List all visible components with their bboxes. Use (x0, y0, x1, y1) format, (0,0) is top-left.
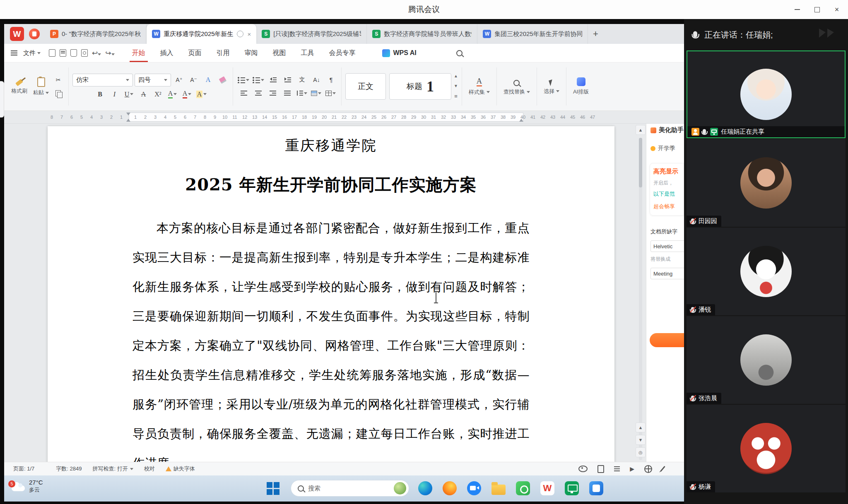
side-panel-handle[interactable] (0, 81, 4, 118)
hanging-indent-marker[interactable] (126, 119, 130, 122)
maximize-button[interactable] (808, 3, 826, 16)
tab-references[interactable]: 引用 (217, 44, 230, 62)
wps-ai-button[interactable]: WPS AI (382, 49, 417, 57)
file-menu[interactable]: 文件 (23, 49, 41, 57)
document-tab-5[interactable]: W 集团三校2025年新生开学前协同 (477, 24, 588, 44)
select-browse-object-button[interactable]: ◎ (636, 447, 646, 457)
tab-home[interactable]: 开始 (132, 44, 145, 62)
print-preview-icon[interactable] (70, 49, 77, 57)
text-effects-button[interactable]: A (202, 74, 214, 85)
web-view-icon[interactable] (644, 465, 652, 473)
undo-button[interactable]: ↩ (92, 49, 101, 58)
search-icon[interactable] (456, 50, 463, 56)
eye-protection-icon[interactable] (578, 466, 588, 472)
decrease-font-button[interactable]: A⁻ (187, 74, 200, 85)
highlight-button[interactable]: A (166, 89, 179, 100)
participant-tile-sharing[interactable]: 任瑞娟正在共享 (687, 50, 846, 138)
first-line-indent-marker[interactable] (126, 113, 130, 115)
start-button[interactable] (267, 482, 279, 495)
asian-layout-button[interactable]: 文 (296, 74, 308, 85)
participant-tile[interactable]: 张浩晨 (687, 316, 846, 404)
page-indicator[interactable]: 页面: 1/7 (13, 465, 34, 473)
numbered-list-button[interactable] (252, 74, 265, 85)
promo-card[interactable]: 高亮显示 开启后， 以下是范 超会畅享 (650, 163, 684, 216)
align-right-button[interactable] (266, 88, 279, 98)
tab-tools[interactable]: 工具 (301, 44, 314, 62)
missing-font-warning[interactable]: 缺失字体 (166, 465, 195, 473)
gallery-more-icon[interactable]: ≡ (454, 93, 458, 99)
italic-button[interactable]: I (108, 89, 121, 100)
weather-widget[interactable]: 5 27°C 多云 (12, 479, 43, 493)
previous-page-button[interactable]: ▲ (636, 422, 646, 432)
apply-font-button[interactable] (650, 333, 684, 347)
sort-button[interactable]: A↓ (310, 74, 323, 85)
align-left-button[interactable] (237, 88, 250, 98)
scrollbar-thumb[interactable] (639, 138, 642, 187)
style-set-button[interactable]: A 样式集 (466, 65, 493, 108)
minimize-button[interactable] (788, 3, 806, 16)
read-aloud-icon[interactable]: ▶ (630, 466, 634, 472)
participant-tile[interactable]: 杨谦 (687, 405, 846, 492)
find-replace-button[interactable]: 查找替换 (501, 65, 533, 108)
save-icon[interactable] (49, 49, 55, 57)
style-heading-1[interactable]: 标题 1 (389, 73, 451, 100)
increase-font-button[interactable]: A⁺ (173, 74, 186, 85)
close-button[interactable]: × (828, 3, 846, 16)
camera-app-icon[interactable] (514, 480, 532, 497)
tab-view[interactable]: 视图 (273, 44, 286, 62)
tencent-meeting-app-icon[interactable] (465, 480, 483, 497)
superscript-button[interactable]: X² (152, 89, 164, 100)
bullet-list-button[interactable] (237, 74, 250, 85)
hamburger-icon[interactable] (11, 53, 17, 53)
proofread-button[interactable]: 校对 (144, 465, 155, 473)
decrease-indent-button[interactable] (267, 74, 279, 85)
scrollbar-track[interactable] (639, 138, 642, 460)
scroll-up-button[interactable]: ▲ (636, 125, 646, 135)
paste-button[interactable]: 粘贴 (30, 76, 52, 97)
page-view-icon[interactable] (597, 465, 604, 473)
gallery-down-icon[interactable]: ▼ (454, 84, 458, 88)
font-size-select[interactable]: 四号 (135, 74, 171, 86)
firefox-browser-icon[interactable] (441, 480, 458, 497)
right-indent-marker[interactable] (519, 119, 523, 122)
spell-check[interactable]: 拼写检查: 打开 (92, 465, 133, 473)
font-name-select[interactable]: 仿宋 (72, 74, 133, 86)
wps-office-icon[interactable]: W (539, 480, 556, 497)
copy-button[interactable] (52, 88, 65, 98)
word-count[interactable]: 字数: 2849 (56, 465, 82, 473)
participant-tile[interactable]: 田园园 (687, 139, 846, 227)
tab-insert[interactable]: 插入 (160, 44, 173, 62)
align-center-button[interactable] (252, 88, 265, 98)
document-tab-2-active[interactable]: W 重庆移通学院2025年新生 × (147, 24, 256, 44)
line-spacing-button[interactable] (295, 88, 308, 98)
next-page-button[interactable]: ▼ (636, 435, 646, 445)
vertical-scrollbar[interactable]: ▲ ▲ ▼ ◎ (635, 124, 646, 462)
document-tab-3[interactable]: S [只读]数字经济商学院2025级辅导 (256, 24, 367, 44)
style-body-text[interactable]: 正文 (345, 73, 386, 100)
tab-close-icon[interactable]: × (248, 31, 251, 38)
outline-view-icon[interactable] (614, 468, 620, 469)
new-tab-button[interactable]: + (588, 24, 603, 44)
show-marks-button[interactable]: ¶ (325, 74, 337, 85)
strikethrough-button[interactable]: A (137, 89, 150, 100)
document-page[interactable]: 重庆移通学院 2025 年新生开学前协同工作实施方案 本方案的核心目标是通过各部… (48, 126, 614, 462)
clear-format-button[interactable] (216, 74, 229, 85)
file-explorer-icon[interactable] (490, 480, 507, 497)
taskbar-search[interactable]: 搜索 (291, 480, 409, 497)
shading-button[interactable] (310, 88, 323, 98)
print-icon[interactable] (60, 49, 66, 57)
promo-row[interactable]: 开学季 (650, 145, 684, 152)
docer-icon[interactable] (29, 29, 40, 39)
edge-browser-icon[interactable] (417, 480, 434, 497)
document-tab-1[interactable]: P 0- "数字经济商学院2025年秋 (45, 24, 147, 44)
redo-button[interactable]: ↪ (105, 49, 114, 58)
blue-app-icon[interactable] (588, 480, 605, 497)
select-button[interactable]: 选择 (541, 65, 562, 108)
export-icon[interactable] (81, 49, 88, 57)
wps-logo[interactable]: W (10, 27, 24, 41)
bold-button[interactable]: B (94, 89, 106, 100)
format-painter-button[interactable]: 格式刷 (8, 77, 30, 96)
underline-button[interactable]: U (123, 89, 135, 100)
font-color-button[interactable]: A (181, 89, 193, 100)
tab-page[interactable]: 页面 (188, 44, 202, 62)
